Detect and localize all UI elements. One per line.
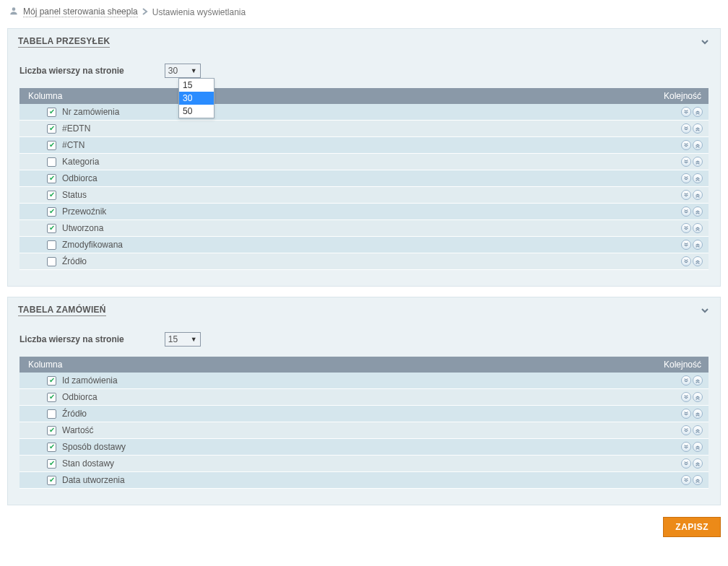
table-row: Nr zamówienia (20, 104, 708, 121)
column-label: #CTN (62, 140, 84, 150)
move-up-button[interactable] (693, 173, 703, 183)
move-down-button[interactable] (681, 475, 691, 485)
column-visible-checkbox[interactable] (47, 191, 56, 200)
move-down-button[interactable] (681, 123, 691, 134)
move-up-button[interactable] (693, 140, 703, 150)
order-buttons (681, 123, 703, 134)
dropdown-option[interactable]: 15 (179, 79, 214, 92)
move-up-button[interactable] (693, 190, 703, 200)
column-label: Przewoźnik (62, 206, 106, 217)
move-down-button[interactable] (681, 458, 691, 469)
move-up-button[interactable] (693, 223, 703, 233)
table-row: Źródło (20, 406, 708, 422)
column-visible-checkbox[interactable] (47, 224, 56, 233)
panel-title: TABELA ZAMÓWIEŃ (18, 305, 106, 316)
panel-0: TABELA PRZESYŁEKLiczba wierszy na stroni… (7, 28, 721, 287)
dropdown-option[interactable]: 30 (179, 92, 214, 105)
column-visible-checkbox[interactable] (47, 393, 56, 402)
move-up-button[interactable] (693, 107, 703, 117)
column-label: Źródło (62, 256, 87, 266)
chevron-down-icon[interactable] (700, 37, 710, 47)
column-visible-checkbox[interactable] (47, 376, 56, 386)
rows-per-page-select[interactable]: 30▼ (165, 64, 201, 78)
move-up-button[interactable] (693, 409, 703, 419)
rows-per-page-value: 30 (168, 66, 178, 76)
svg-point-0 (12, 7, 16, 11)
caret-down-icon: ▼ (191, 67, 197, 74)
column-visible-checkbox[interactable] (47, 409, 56, 419)
column-visible-checkbox[interactable] (47, 459, 56, 469)
move-down-button[interactable] (681, 140, 691, 150)
column-visible-checkbox[interactable] (47, 240, 56, 250)
col-header-order: Kolejność (664, 91, 701, 101)
dropdown-option[interactable]: 50 (179, 105, 214, 118)
order-buttons (681, 223, 703, 233)
column-visible-checkbox[interactable] (47, 108, 56, 117)
table-row: Sposób dostawy (20, 439, 708, 456)
save-button[interactable]: ZAPISZ (663, 517, 721, 537)
column-visible-checkbox[interactable] (47, 426, 56, 435)
move-down-button[interactable] (681, 392, 691, 402)
move-down-button[interactable] (681, 409, 691, 419)
grid-header: KolumnaKolejność (20, 357, 708, 373)
order-buttons (681, 392, 703, 402)
column-visible-checkbox[interactable] (47, 141, 56, 150)
column-label: Zmodyfikowana (62, 240, 123, 250)
user-icon (9, 6, 19, 18)
column-visible-checkbox[interactable] (47, 476, 56, 485)
move-up-button[interactable] (693, 475, 703, 485)
move-up-button[interactable] (693, 157, 703, 167)
move-down-button[interactable] (681, 173, 691, 183)
rows-per-page-select[interactable]: 15▼ (165, 332, 201, 347)
move-down-button[interactable] (681, 256, 691, 266)
move-down-button[interactable] (681, 223, 691, 233)
move-down-button[interactable] (681, 240, 691, 250)
breadcrumb-sep-icon (142, 7, 148, 17)
column-visible-checkbox[interactable] (47, 174, 56, 183)
move-up-button[interactable] (693, 206, 703, 217)
column-label: Stan dostawy (62, 458, 114, 469)
column-label: Wartość (62, 425, 94, 435)
panel-body: Liczba wierszy na stronie30▼153050Kolumn… (8, 55, 720, 286)
move-up-button[interactable] (693, 256, 703, 266)
column-visible-checkbox[interactable] (47, 257, 56, 266)
move-down-button[interactable] (681, 157, 691, 167)
move-up-button[interactable] (693, 442, 703, 452)
move-up-button[interactable] (693, 425, 703, 435)
order-buttons (681, 458, 703, 469)
move-down-button[interactable] (681, 425, 691, 435)
order-buttons (681, 409, 703, 419)
column-visible-checkbox[interactable] (47, 124, 56, 134)
breadcrumb-current: Ustawienia wyświetlania (152, 7, 246, 17)
chevron-down-icon[interactable] (700, 305, 710, 315)
move-up-button[interactable] (693, 458, 703, 469)
move-down-button[interactable] (681, 375, 691, 386)
move-up-button[interactable] (693, 392, 703, 402)
table-row: #EDTN (20, 121, 708, 137)
move-down-button[interactable] (681, 442, 691, 452)
move-up-button[interactable] (693, 375, 703, 386)
column-visible-checkbox[interactable] (47, 207, 56, 217)
caret-down-icon: ▼ (191, 336, 197, 343)
move-up-button[interactable] (693, 240, 703, 250)
order-buttons (681, 240, 703, 250)
column-label: Nr zamówienia (62, 107, 119, 117)
order-buttons (681, 140, 703, 150)
breadcrumb-home-link[interactable]: Mój panel sterowania sheepla (23, 6, 138, 17)
panel-header[interactable]: TABELA PRZESYŁEK (8, 29, 720, 55)
table-row: Źródło (20, 253, 708, 270)
rows-per-page-value: 15 (168, 334, 178, 344)
move-down-button[interactable] (681, 190, 691, 200)
order-buttons (681, 442, 703, 452)
table-row: Data utworzenia (20, 472, 708, 489)
grid-header: KolumnaKolejność (20, 88, 708, 104)
rows-per-page-dropdown[interactable]: 153050 (178, 78, 214, 118)
column-visible-checkbox[interactable] (47, 443, 56, 452)
move-down-button[interactable] (681, 107, 691, 117)
rows-per-page-label: Liczba wierszy na stronie (20, 334, 124, 344)
move-down-button[interactable] (681, 206, 691, 217)
panel-header[interactable]: TABELA ZAMÓWIEŃ (8, 297, 720, 323)
order-buttons (681, 256, 703, 266)
column-visible-checkbox[interactable] (47, 157, 56, 167)
move-up-button[interactable] (693, 123, 703, 134)
